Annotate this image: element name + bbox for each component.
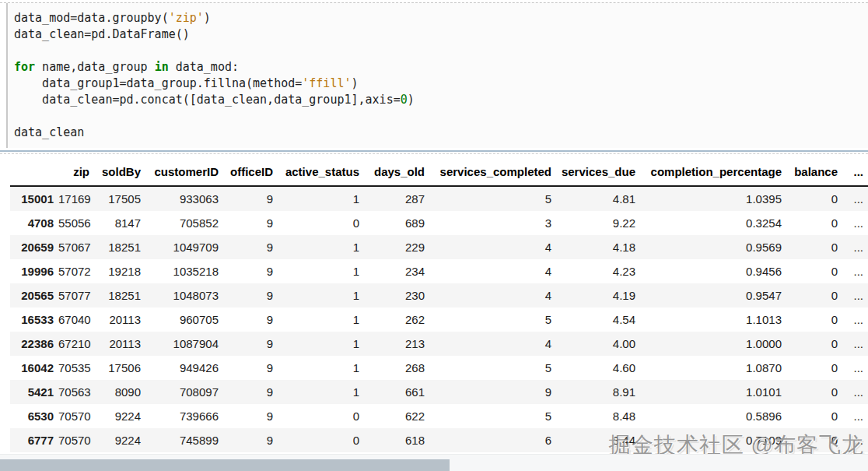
table-cell: 57067: [58, 235, 94, 259]
table-cell: 708097: [145, 380, 223, 404]
table-cell: 262: [364, 308, 429, 332]
column-header: officeID: [223, 154, 278, 186]
table-cell: 1: [278, 259, 364, 283]
code-cell[interactable]: data_mod=data.groupby('zip')data_clean=p…: [6, 3, 868, 148]
row-index: 4708: [10, 211, 58, 235]
table-header-row: zipsoldBycustomerIDofficeIDactive_status…: [10, 154, 868, 186]
table-cell: ...: [842, 380, 868, 404]
table-cell: 0: [278, 404, 364, 428]
table-cell: 0.3254: [640, 211, 786, 235]
row-index: 15001: [10, 186, 58, 211]
row-index: 19996: [10, 259, 58, 283]
table-cell: 0.9569: [640, 235, 786, 259]
table-cell: 6: [429, 428, 556, 452]
table-cell: 739666: [145, 404, 223, 428]
horizontal-scrollbar-thumb[interactable]: [0, 459, 450, 471]
code-token: 'ffill': [302, 76, 351, 90]
table-cell: 4: [429, 283, 556, 308]
table-cell: 8.91: [556, 380, 640, 404]
table-cell: 4.23: [556, 259, 640, 283]
table-cell: 70570: [58, 404, 94, 428]
code-line: data_clean=pd.concat([data_clean,data_gr…: [14, 92, 860, 108]
column-header: zip: [58, 154, 94, 186]
table-cell: 5: [429, 308, 556, 332]
table-cell: 9: [223, 186, 278, 211]
table-cell: 4: [429, 332, 556, 356]
table-cell: 55056: [58, 211, 94, 235]
table-cell: 9: [223, 308, 278, 332]
horizontal-scrollbar-track[interactable]: [0, 454, 868, 471]
table-cell: 4.60: [556, 356, 640, 380]
table-row: 54217056380907080979166198.911.01010...: [10, 380, 868, 404]
table-cell: 1: [278, 308, 364, 332]
table-cell: 0: [786, 235, 842, 259]
row-index: 22386: [10, 332, 58, 356]
code-token: ): [408, 93, 415, 107]
table-row: 1604270535175069494269126854.601.08700..…: [10, 356, 868, 380]
table-cell: 618: [364, 428, 429, 452]
table-cell: 1087904: [145, 332, 223, 356]
code-token: ): [351, 76, 358, 90]
code-token: data_mod:: [169, 60, 239, 74]
table-cell: 4: [429, 235, 556, 259]
table-cell: 0: [278, 428, 364, 452]
table-row: 1653367040201139607059126254.541.10130..…: [10, 308, 868, 332]
table-cell: 960705: [145, 308, 223, 332]
table-cell: 9.22: [556, 211, 640, 235]
row-index: 6777: [10, 428, 58, 452]
code-token: data_group1=data_group.fillna(method=: [14, 76, 302, 90]
table-cell: ...: [842, 308, 868, 332]
table-cell: 268: [364, 356, 429, 380]
table-cell: 18251: [94, 283, 145, 308]
table-cell: 1.0000: [640, 332, 786, 356]
code-lines: data_mod=data.groupby('zip')data_clean=p…: [14, 10, 860, 141]
table-cell: ...: [842, 428, 868, 452]
table-cell: 949426: [145, 356, 223, 380]
table-cell: 234: [364, 259, 429, 283]
code-token: 'zip': [169, 11, 204, 25]
table-cell: 933063: [145, 186, 223, 211]
table-cell: 70570: [58, 428, 94, 452]
table-cell: 9: [223, 380, 278, 404]
column-header: soldBy: [94, 154, 145, 186]
table-cell: 9: [223, 211, 278, 235]
table-cell: 9224: [94, 428, 145, 452]
table-cell: 3: [429, 211, 556, 235]
table-cell: 0: [786, 259, 842, 283]
table-cell: 9: [223, 356, 278, 380]
code-token: data_clean: [14, 125, 84, 139]
table-cell: 17506: [94, 356, 145, 380]
table-cell: 0: [786, 380, 842, 404]
table-cell: 1049709: [145, 235, 223, 259]
table-cell: 8.48: [556, 404, 640, 428]
row-index: 6530: [10, 404, 58, 428]
table-cell: 0: [786, 186, 842, 211]
table-cell: 0.5896: [640, 404, 786, 428]
table-row: 20565570771825110480739123044.190.95470.…: [10, 283, 868, 308]
cell-output-divider: [0, 150, 868, 152]
table-cell: 0: [278, 211, 364, 235]
row-index: 16042: [10, 356, 58, 380]
code-token: for: [14, 60, 35, 74]
table-cell: 1048073: [145, 283, 223, 308]
table-cell: ...: [842, 404, 868, 428]
table-cell: 1.0101: [640, 380, 786, 404]
table-cell: 4: [429, 259, 556, 283]
table-cell: ...: [842, 235, 868, 259]
table-body: 1500117169175059330639128754.811.03950..…: [10, 186, 868, 452]
code-line: data_clean=pd.DataFrame(): [14, 26, 860, 43]
code-token: in: [155, 60, 169, 74]
code-token: data_clean=pd.concat([data_clean,data_gr…: [14, 93, 401, 107]
code-token: name,data_group: [35, 60, 155, 74]
table-row: 47085505681477058529068939.220.32540...: [10, 211, 868, 235]
column-header: active_status: [278, 154, 364, 186]
column-header: completion_percentage: [640, 154, 786, 186]
table-cell: 19218: [94, 259, 145, 283]
table-cell: 9: [223, 259, 278, 283]
table-cell: 0: [786, 283, 842, 308]
table-cell: 213: [364, 332, 429, 356]
table-row: 67777057092247458999061868.440.71090...: [10, 428, 868, 452]
table-cell: 9: [429, 380, 556, 404]
code-token: data_clean=pd.DataFrame(): [14, 27, 190, 41]
table-cell: 17169: [58, 186, 94, 211]
